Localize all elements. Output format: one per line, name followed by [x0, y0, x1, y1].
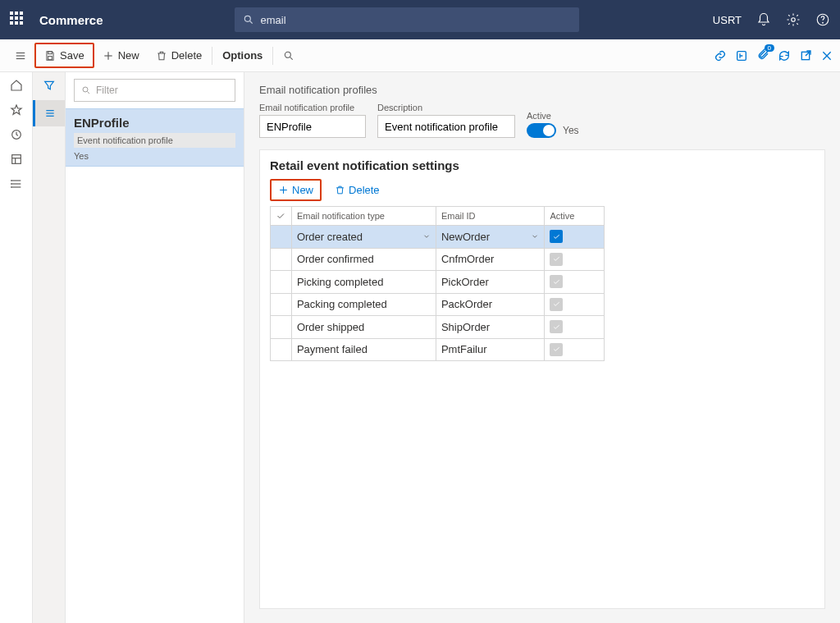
gear-icon[interactable]: [786, 12, 801, 27]
link-icon[interactable]: [714, 49, 727, 62]
row-emailid-cell[interactable]: PickOrder: [436, 271, 545, 294]
list-item-desc: Event notification profile: [74, 133, 235, 148]
search-value: email: [261, 14, 286, 26]
card-delete-label: Delete: [349, 184, 380, 196]
row-select-cell[interactable]: [271, 226, 292, 249]
row-type-cell[interactable]: Payment failed: [291, 338, 436, 361]
global-search[interactable]: email: [235, 7, 579, 32]
help-icon[interactable]: [815, 12, 830, 27]
col-type[interactable]: Email notification type: [291, 207, 436, 226]
row-active-cell[interactable]: [545, 271, 605, 294]
row-active-cell[interactable]: [545, 293, 605, 316]
bell-icon[interactable]: [756, 12, 771, 27]
svg-point-25: [11, 181, 11, 181]
card-delete-button[interactable]: Delete: [328, 179, 386, 201]
settings-card: Retail event notification settings New D…: [259, 149, 825, 609]
table-row[interactable]: Payment failedPmtFailur: [271, 338, 605, 361]
row-select-cell[interactable]: [271, 293, 292, 316]
row-emailid-cell[interactable]: ShipOrder: [436, 316, 545, 339]
star-icon[interactable]: [10, 103, 23, 117]
delete-button[interactable]: Delete: [148, 44, 211, 66]
row-active-cell[interactable]: [545, 316, 605, 339]
row-type-cell[interactable]: Order created: [291, 226, 436, 249]
field-active: Active Yes: [527, 111, 579, 138]
col-emailid[interactable]: Email ID: [436, 207, 545, 226]
col-select[interactable]: [271, 207, 292, 226]
toolbar-separator: [272, 47, 273, 65]
row-emailid-cell[interactable]: PackOrder: [436, 293, 545, 316]
svg-rect-9: [48, 56, 52, 59]
filter-placeholder: Filter: [96, 85, 118, 96]
card-new-label: New: [292, 184, 313, 196]
row-active-cell[interactable]: [545, 338, 605, 361]
description-input[interactable]: [377, 115, 515, 138]
clock-icon[interactable]: [10, 128, 23, 141]
page-title: Email notification profiles: [259, 84, 825, 96]
funnel-icon[interactable]: [43, 79, 56, 92]
toolbar-separator: [212, 47, 212, 65]
svg-rect-19: [11, 155, 21, 164]
app-header: Commerce email USRT: [0, 0, 840, 39]
table-row[interactable]: Picking completedPickOrder: [271, 271, 605, 294]
close-icon[interactable]: [820, 49, 833, 62]
hamburger-icon: [15, 50, 26, 62]
checkbox-icon[interactable]: [550, 343, 563, 356]
search-icon: [283, 50, 294, 62]
new-button[interactable]: New: [94, 44, 148, 66]
settings-grid: Email notification type Email ID Active …: [270, 206, 605, 361]
refresh-icon[interactable]: [778, 49, 791, 62]
profile-input[interactable]: [259, 115, 366, 138]
list-filter-input[interactable]: Filter: [74, 79, 235, 102]
row-emailid-cell[interactable]: PmtFailur: [436, 338, 545, 361]
attachments-button[interactable]: 0: [756, 48, 769, 63]
row-type-cell[interactable]: Order shipped: [291, 316, 436, 339]
row-select-cell[interactable]: [271, 316, 292, 339]
home-icon[interactable]: [10, 79, 23, 92]
table-row[interactable]: Order createdNewOrder: [271, 226, 605, 249]
table-row[interactable]: Order shippedShipOrder: [271, 316, 605, 339]
plus-icon: [278, 185, 289, 195]
options-button[interactable]: Options: [214, 44, 271, 66]
save-button[interactable]: Save: [34, 43, 94, 68]
table-row[interactable]: Order confirmedCnfmOrder: [271, 248, 605, 271]
svg-point-0: [244, 16, 250, 21]
hamburger-toggle[interactable]: [7, 45, 34, 66]
row-select-cell[interactable]: [271, 338, 292, 361]
row-select-cell[interactable]: [271, 271, 292, 294]
list-view-toggle[interactable]: [33, 100, 65, 126]
list-item[interactable]: ENProfile Event notification profile Yes: [66, 108, 244, 167]
modules-icon[interactable]: [10, 177, 23, 190]
save-label: Save: [60, 49, 84, 62]
row-type-cell[interactable]: Order confirmed: [291, 248, 436, 271]
checkbox-icon[interactable]: [550, 230, 563, 243]
profile-label: Email notification profile: [259, 103, 366, 112]
find-button[interactable]: [275, 45, 303, 66]
list-icon: [43, 107, 57, 120]
row-active-cell[interactable]: [545, 226, 605, 249]
chevron-down-icon[interactable]: [422, 232, 431, 240]
row-type-cell[interactable]: Picking completed: [291, 271, 436, 294]
row-emailid-cell[interactable]: NewOrder: [436, 226, 545, 249]
row-select-cell[interactable]: [271, 248, 292, 271]
row-active-cell[interactable]: [545, 248, 605, 271]
active-toggle[interactable]: [527, 123, 556, 138]
record-list: Filter ENProfile Event notification prof…: [66, 72, 244, 623]
office-icon[interactable]: [735, 49, 748, 62]
checkbox-icon[interactable]: [550, 320, 563, 333]
table-row[interactable]: Packing completedPackOrder: [271, 293, 605, 316]
app-launcher-icon[interactable]: [10, 11, 26, 28]
row-emailid-cell[interactable]: CnfmOrder: [436, 248, 545, 271]
company-label[interactable]: USRT: [713, 14, 742, 26]
col-active[interactable]: Active: [545, 207, 605, 226]
checkbox-icon[interactable]: [550, 275, 563, 288]
workspaces-icon[interactable]: [10, 153, 23, 166]
options-label: Options: [222, 49, 262, 62]
delete-label: Delete: [171, 49, 203, 62]
row-type-cell[interactable]: Packing completed: [291, 293, 436, 316]
chevron-down-icon[interactable]: [531, 232, 539, 240]
checkbox-icon[interactable]: [550, 253, 563, 266]
popout-icon[interactable]: [799, 49, 812, 62]
active-label: Active: [527, 111, 579, 121]
checkbox-icon[interactable]: [550, 298, 563, 311]
card-new-button[interactable]: New: [270, 179, 322, 201]
